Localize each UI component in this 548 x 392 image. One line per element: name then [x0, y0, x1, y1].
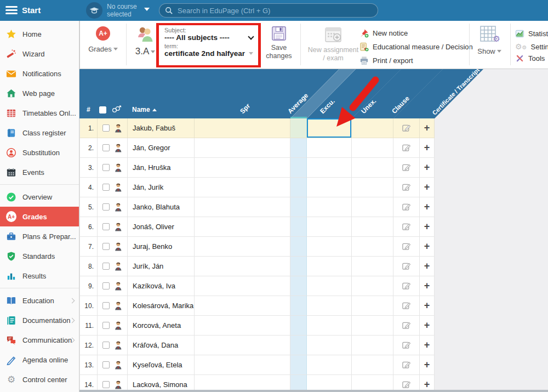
settings-button[interactable]: ⚙⚙ Settings	[515, 41, 548, 52]
clause-cell[interactable]	[393, 276, 420, 296]
average-cell[interactable]	[290, 257, 307, 276]
student-name-cell[interactable]: Korcová, Aneta	[128, 316, 195, 336]
clause-cell[interactable]	[393, 316, 420, 336]
class-selector-button[interactable]: 3.A	[132, 25, 159, 57]
excused-cell[interactable]	[307, 316, 352, 336]
tools-button[interactable]: Tools	[515, 53, 545, 64]
sidebar-item-results[interactable]: Results	[0, 266, 79, 286]
row-checkbox[interactable]	[102, 184, 110, 191]
edit-clause-icon[interactable]	[402, 360, 411, 370]
student-name-cell[interactable]: Kazíková, Iva	[128, 276, 195, 296]
excused-cell[interactable]	[307, 118, 352, 138]
sidebar-item-class-register[interactable]: Class register	[0, 123, 79, 143]
add-grade-cell[interactable]: +	[420, 316, 435, 336]
statistics-button[interactable]: Statistics	[515, 28, 548, 39]
average-cell[interactable]	[290, 237, 307, 257]
edit-clause-icon[interactable]	[402, 321, 411, 330]
unexcused-cell[interactable]	[352, 197, 393, 217]
student-avatar-icon[interactable]	[114, 321, 122, 330]
horizontal-scrollbar[interactable]	[79, 390, 548, 392]
edit-clause-icon[interactable]	[402, 163, 411, 172]
student-avatar-icon[interactable]	[114, 380, 122, 389]
unexcused-cell[interactable]	[352, 178, 393, 197]
clause-cell[interactable]	[393, 237, 420, 257]
spr-grade-cell[interactable]	[195, 355, 290, 375]
sidebar-item-education[interactable]: Education	[0, 291, 79, 310]
save-changes-button[interactable]: Save changes	[262, 25, 296, 60]
edit-clause-icon[interactable]	[402, 281, 411, 291]
edit-clause-icon[interactable]	[402, 183, 411, 192]
clause-cell[interactable]	[393, 217, 420, 237]
row-checkbox[interactable]	[102, 164, 110, 171]
student-name-cell[interactable]: Kyseľová, Etela	[128, 355, 195, 375]
spr-grade-cell[interactable]	[195, 237, 290, 257]
excused-cell[interactable]	[307, 178, 352, 197]
sidebar-item-overview[interactable]: Overview	[0, 187, 79, 207]
unexcused-cell[interactable]	[352, 276, 393, 296]
row-checkbox[interactable]	[102, 361, 110, 368]
row-checkbox[interactable]	[102, 282, 110, 289]
row-checkbox[interactable]	[102, 223, 110, 230]
spr-grade-cell[interactable]	[195, 197, 290, 217]
average-cell[interactable]	[290, 178, 307, 197]
spr-grade-cell[interactable]	[195, 336, 290, 355]
student-name-cell[interactable]: Jonáš, Oliver	[128, 217, 195, 237]
edit-clause-icon[interactable]	[402, 242, 411, 251]
add-grade-cell[interactable]: +	[420, 237, 435, 257]
search-input[interactable]	[178, 7, 372, 15]
row-checkbox[interactable]	[102, 203, 110, 211]
average-cell[interactable]	[290, 316, 307, 336]
student-avatar-icon[interactable]	[114, 242, 122, 251]
student-avatar-icon[interactable]	[114, 301, 122, 310]
sidebar-item-notifications[interactable]: Notifications	[0, 64, 79, 83]
spr-grade-cell[interactable]	[195, 276, 290, 296]
unexcused-cell[interactable]	[352, 316, 393, 336]
unexcused-cell[interactable]	[352, 217, 393, 237]
new-notice-button[interactable]: New notice	[359, 27, 408, 38]
row-checkbox[interactable]	[102, 243, 110, 250]
average-cell[interactable]	[290, 138, 307, 158]
grades-menu-button[interactable]: A+ Grades	[84, 25, 122, 54]
unexcused-cell[interactable]	[352, 355, 393, 375]
unexcused-cell[interactable]	[352, 138, 393, 158]
course-selector-icon[interactable]	[86, 2, 102, 19]
row-checkbox[interactable]	[102, 144, 110, 151]
sidebar-item-control-center[interactable]: ⚙Control center	[0, 370, 79, 389]
excused-cell[interactable]	[307, 276, 352, 296]
sidebar-item-agenda-online[interactable]: Agenda online	[0, 350, 79, 370]
average-cell[interactable]	[290, 197, 307, 217]
student-name-cell[interactable]: Ján, Jurík	[128, 178, 195, 197]
clause-cell[interactable]	[393, 257, 420, 276]
spr-grade-cell[interactable]	[195, 138, 290, 158]
sidebar-item-communication[interactable]: Communication	[0, 330, 79, 350]
sidebar-item-standards[interactable]: Standards	[0, 246, 79, 266]
add-grade-cell[interactable]: +	[420, 197, 435, 217]
sidebar-item-events[interactable]: Events	[0, 162, 79, 182]
student-name-cell[interactable]: Ján, Gregor	[128, 138, 195, 158]
unexcused-cell[interactable]	[352, 118, 393, 138]
student-name-cell[interactable]: Ján, Hruška	[128, 158, 195, 178]
average-cell[interactable]	[290, 217, 307, 237]
spr-grade-cell[interactable]	[195, 257, 290, 276]
average-cell[interactable]	[290, 118, 307, 138]
student-avatar-icon[interactable]	[114, 183, 122, 192]
average-cell[interactable]	[290, 296, 307, 316]
edit-clause-icon[interactable]	[402, 202, 411, 212]
spr-grade-cell[interactable]	[195, 316, 290, 336]
clause-cell[interactable]	[393, 158, 420, 178]
student-name-cell[interactable]: Jurík, Ján	[128, 257, 195, 276]
spr-grade-cell[interactable]	[195, 118, 290, 138]
average-cell[interactable]	[290, 158, 307, 178]
unexcused-cell[interactable]	[352, 237, 393, 257]
edit-clause-icon[interactable]	[402, 340, 411, 350]
unexcused-cell[interactable]	[352, 336, 393, 355]
row-checkbox[interactable]	[102, 322, 110, 329]
edit-clause-icon[interactable]	[402, 143, 411, 152]
sidebar-item-timetables[interactable]: Timetables Onl...	[0, 103, 79, 123]
unexcused-cell[interactable]	[352, 296, 393, 316]
unexcused-cell[interactable]	[352, 257, 393, 276]
add-grade-cell[interactable]: +	[420, 276, 435, 296]
clause-cell[interactable]	[393, 355, 420, 375]
clause-cell[interactable]	[393, 138, 420, 158]
add-grade-cell[interactable]: +	[420, 138, 435, 158]
